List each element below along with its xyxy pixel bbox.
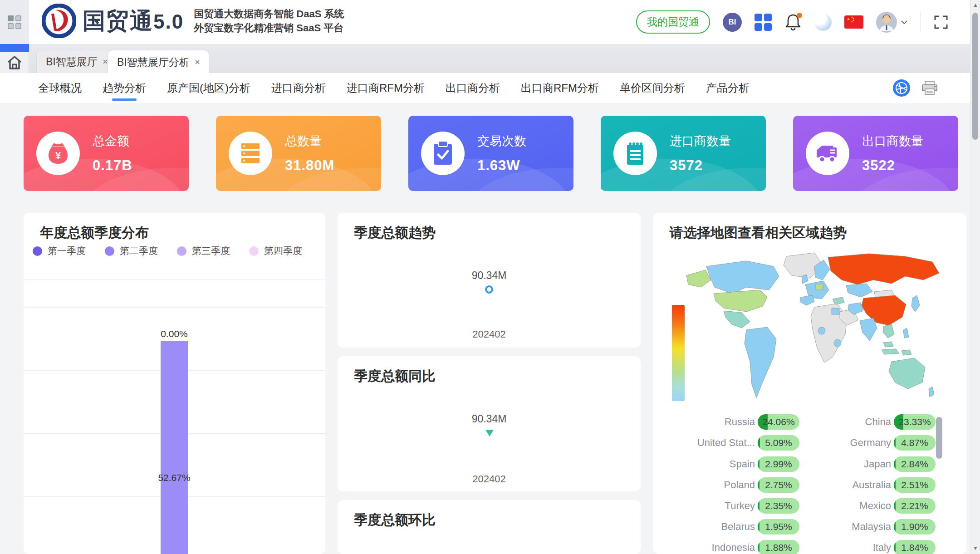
kpi-total-quantity: 总数量 31.80M (216, 116, 381, 191)
region-map-card: 请选择地图查看相关区域趋势 (653, 213, 966, 554)
close-icon[interactable]: × (195, 58, 200, 67)
window-tab-strip: BI智慧展厅 × BI智慧展厅分析 × (0, 44, 970, 73)
chart-legend: 第一季度 第二季度 第三季度 第四季度 (33, 245, 302, 257)
kpi-label: 总数量 (285, 133, 322, 149)
home-tab-button[interactable] (0, 52, 29, 73)
chart-quarter-mom: 季度总额环比 (338, 500, 641, 554)
list-item: Spain 2.99% Japan 2.84% (653, 456, 944, 473)
country-name: Poland (653, 479, 758, 491)
nav-global-overview[interactable]: 全球概况 (38, 73, 82, 103)
country-name: Italy (789, 542, 894, 554)
bar-value-label: 0.00% (142, 328, 206, 339)
notification-bell-icon[interactable] (784, 13, 802, 31)
header-actions: 我的国贸通 BI (636, 0, 948, 44)
percent-pill[interactable]: 1.90% (894, 519, 936, 534)
tab-label: BI智慧展厅 (46, 55, 98, 69)
chart-quarter-trend: 季度总额趋势 90.34M 202402 (338, 213, 641, 348)
country-name: Spain (653, 458, 758, 470)
list-item: Turkey 2.35% Mexico 2.21% (653, 498, 944, 515)
kpi-value: 0.17B (93, 157, 132, 174)
scrollbar-thumb[interactable] (972, 13, 978, 140)
nav-exporter-analysis[interactable]: 出口商分析 (446, 73, 500, 103)
percent-pill[interactable]: 23.33% (894, 414, 936, 430)
country-name: Turkey (653, 500, 758, 512)
country-name: Russia (653, 416, 758, 428)
world-choropleth-map[interactable] (678, 248, 946, 416)
stack-list-icon (239, 141, 262, 166)
money-bag-icon: ¥ (46, 140, 70, 167)
list-item: Indonesia 1.88% Italy 1.84% (653, 540, 944, 554)
tab-bi-showroom[interactable]: BI智慧展厅 × (36, 50, 117, 73)
my-portal-button[interactable]: 我的国贸通 (636, 10, 710, 34)
legend-q2[interactable]: 第二季度 (105, 245, 158, 257)
nav-importer-rfm[interactable]: 进口商RFM分析 (347, 73, 425, 103)
nav-origin-country[interactable]: 原产国(地区)分析 (167, 73, 250, 103)
nav-product-analysis[interactable]: 产品分析 (706, 73, 750, 103)
kpi-label: 总金额 (93, 133, 129, 149)
legend-q3[interactable]: 第三季度 (177, 245, 230, 257)
nav-price-range[interactable]: 单价区间分析 (620, 73, 685, 103)
kpi-value: 3572 (670, 157, 703, 174)
home-icon (6, 55, 23, 70)
scrollbar-thumb[interactable] (936, 417, 942, 459)
bar-q2[interactable] (161, 341, 188, 554)
nav-trend-analysis[interactable]: 趋势分析 (103, 73, 146, 103)
bi-badge[interactable]: BI (723, 13, 742, 32)
chart-annual-quarter-distribution: 年度总额季度分布 第一季度 第二季度 第三季度 第四季度 0.00% 52.67… (24, 213, 325, 554)
nav-tools (893, 73, 938, 103)
notepad-icon (625, 140, 646, 167)
list-scrollbar[interactable] (936, 417, 942, 549)
kpi-total-amount: ¥ 总金额 0.17B (24, 116, 189, 191)
fullscreen-icon[interactable] (934, 15, 948, 29)
user-menu[interactable] (876, 12, 908, 33)
china-flag-icon (844, 15, 863, 29)
list-item: Russia 24.06% China 23.33% (653, 414, 944, 431)
theme-moon-icon[interactable] (814, 14, 832, 31)
kpi-importer-count: 进口商数量 3572 (601, 116, 766, 191)
data-point-marker[interactable] (485, 430, 494, 436)
print-icon[interactable] (921, 80, 938, 96)
close-icon[interactable]: × (103, 57, 108, 67)
page-scrollbar[interactable]: ▲ ▼ (970, 0, 980, 554)
percent-pill[interactable]: 1.84% (894, 540, 936, 554)
point-value-label: 90.34M (338, 270, 641, 282)
kpi-value: 31.80M (285, 157, 334, 174)
percent-pill[interactable]: 2.84% (894, 456, 936, 472)
nav-exporter-rfm[interactable]: 出口商RFM分析 (521, 73, 599, 103)
gridline (24, 307, 325, 308)
nav-importer-analysis[interactable]: 进口商分析 (271, 73, 326, 103)
kpi-label: 出口商数量 (862, 133, 923, 149)
legend-q1[interactable]: 第一季度 (33, 245, 86, 257)
apps-grid-icon[interactable] (755, 14, 772, 31)
percent-pill[interactable]: 2.51% (894, 477, 936, 493)
kpi-label: 进口商数量 (670, 133, 731, 149)
analysis-nav-row: 全球概况 趋势分析 原产国(地区)分析 进口商分析 进口商RFM分析 出口商分析… (0, 73, 970, 103)
brand-version: 5.0 (153, 10, 184, 33)
gridline (24, 279, 325, 280)
app-header: 国贸通5.0 国贸通大数据商务智能 DaaS 系统 外贸宝数字化精准营销 Saa… (0, 0, 970, 44)
map-title: 请选择地图查看相关区域趋势 (670, 224, 847, 242)
globe-share-icon[interactable] (893, 79, 910, 97)
analysis-nav: 全球概况 趋势分析 原产国(地区)分析 进口商分析 进口商RFM分析 出口商分析… (38, 73, 750, 103)
chart-title: 季度总额趋势 (354, 224, 436, 242)
language-flag-icon[interactable] (844, 15, 863, 29)
logo-icon (42, 4, 76, 38)
legend-q4[interactable]: 第四季度 (249, 245, 302, 257)
scroll-up-arrow[interactable]: ▲ (970, 0, 980, 10)
header-divider (921, 12, 921, 33)
data-point-marker[interactable] (485, 285, 493, 294)
country-name: Australia (789, 479, 894, 491)
tab-bi-showroom-analysis[interactable]: BI智慧展厅分析 × (108, 50, 209, 74)
percent-pill[interactable]: 4.87% (894, 435, 936, 451)
list-item: Belarus 1.95% Malaysia 1.90% (653, 519, 944, 535)
brand-subtitle-line1: 国贸通大数据商务智能 DaaS 系统 (194, 7, 344, 21)
percent-pill[interactable]: 2.21% (894, 498, 936, 514)
active-underline (112, 98, 137, 101)
sidebar-collapse-button[interactable] (0, 0, 29, 44)
country-name: Belarus (653, 521, 758, 533)
chart-quarter-yoy: 季度总额同比 90.34M 202402 (338, 356, 641, 491)
notification-dot (797, 13, 802, 18)
list-item: United Stat... 5.09% Germany 4.87% (653, 435, 944, 451)
scroll-down-arrow[interactable]: ▼ (970, 543, 980, 553)
legend-dot (105, 246, 114, 256)
